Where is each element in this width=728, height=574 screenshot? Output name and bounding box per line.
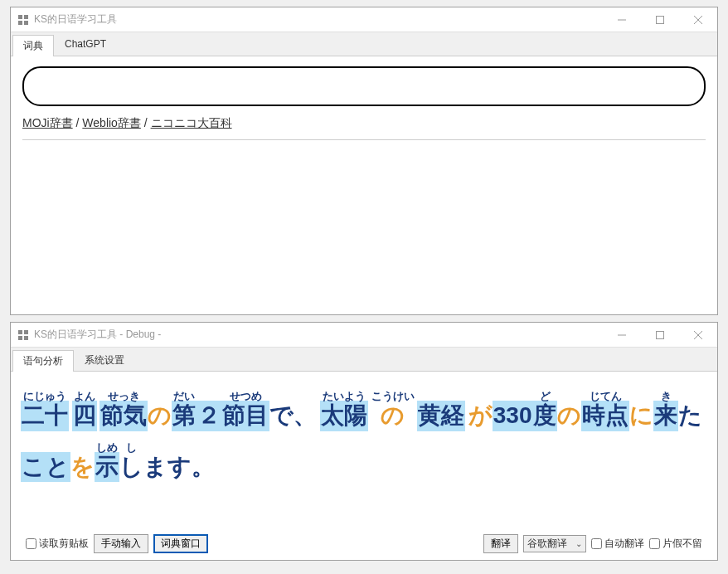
auto-translate-input[interactable]	[591, 538, 602, 549]
katakana-skip-checkbox[interactable]: 片假不留	[649, 537, 702, 551]
token-base: 度	[532, 401, 557, 430]
link-moji[interactable]: MOJi辞書	[22, 116, 73, 129]
link-niconico[interactable]: ニコニコ大百科	[151, 116, 232, 129]
token-base: 節目	[221, 401, 269, 430]
maximize-button[interactable]	[641, 7, 679, 32]
tab-dictionary[interactable]: 词典	[12, 35, 54, 56]
token[interactable]: ２	[197, 391, 221, 431]
svg-rect-11	[24, 336, 28, 340]
token-base: し	[119, 452, 143, 482]
window-controls	[603, 323, 717, 347]
token[interactable]: の	[557, 391, 581, 431]
token-base: こと	[21, 452, 70, 482]
separator: /	[144, 116, 151, 129]
dictionary-window: KS的日语学习工具 词典 ChatGPT MOJi辞書 / Weblio辞書 /…	[10, 7, 718, 315]
minimize-button[interactable]	[603, 323, 641, 347]
read-clipboard-input[interactable]	[26, 538, 36, 549]
token-base: が	[468, 401, 493, 430]
token[interactable]: だい第	[172, 391, 197, 431]
svg-rect-8	[18, 330, 22, 334]
link-weblio[interactable]: Weblio辞書	[82, 116, 141, 129]
tab-chatgpt[interactable]: ChatGPT	[54, 34, 117, 56]
token[interactable]: しめ示	[95, 442, 119, 483]
window-controls	[603, 7, 717, 32]
auto-translate-label: 自动翻译	[604, 537, 644, 551]
token[interactable]: よん四	[72, 391, 97, 431]
token[interactable]: に	[629, 391, 653, 431]
token-base: 四	[72, 401, 97, 430]
titlebar: KS的日语学习工具 - Debug -	[11, 323, 717, 348]
token[interactable]: こと	[21, 442, 70, 483]
token[interactable]: にじゅう二十	[21, 391, 69, 431]
token[interactable]: こうけいの	[371, 391, 415, 431]
token[interactable]: しし	[119, 442, 143, 483]
svg-rect-0	[18, 15, 22, 19]
token-base: 来	[653, 401, 678, 430]
tab-bar: 词典 ChatGPT	[11, 32, 717, 56]
token-base: 二十	[21, 401, 69, 430]
chevron-down-icon: ⌄	[575, 539, 582, 548]
token-base: ます	[143, 452, 192, 482]
token-base: の	[557, 401, 581, 430]
token-base: の	[371, 401, 415, 430]
token[interactable]: を	[70, 442, 95, 483]
auto-translate-checkbox[interactable]: 自动翻译	[591, 537, 644, 551]
tab-bar: 语句分析 系统设置	[11, 348, 717, 372]
token-base: 、	[294, 401, 317, 430]
close-button[interactable]	[679, 7, 717, 32]
token-base: の	[148, 401, 172, 430]
analysis-window: KS的日语学习工具 - Debug - 语句分析 系统设置 にじゅう二十 よん四…	[10, 322, 718, 561]
token[interactable]: せっき節気	[99, 391, 148, 431]
titlebar: KS的日语学习工具	[11, 7, 717, 32]
token-base: 太陽	[320, 401, 368, 430]
minimize-button[interactable]	[603, 7, 641, 32]
tab-system-settings[interactable]: 系统设置	[74, 349, 135, 371]
token[interactable]: せつめ節目	[221, 391, 269, 431]
token-base: で	[269, 401, 294, 430]
svg-rect-13	[657, 331, 664, 338]
token[interactable]: ます	[143, 442, 192, 483]
dict-window-button[interactable]: 词典窗口	[153, 534, 208, 553]
search-input[interactable]	[22, 66, 706, 106]
token-base: を	[70, 452, 95, 482]
token[interactable]: 330	[493, 391, 533, 431]
close-button[interactable]	[679, 323, 717, 347]
app-icon	[17, 14, 29, 26]
token-base: 第	[172, 401, 197, 430]
token-base: 節気	[99, 401, 148, 430]
token-base: 。	[192, 452, 215, 482]
svg-rect-9	[24, 330, 28, 334]
token[interactable]: じてん時点	[581, 391, 629, 431]
token[interactable]: で	[269, 391, 294, 431]
tab-sentence-analysis[interactable]: 语句分析	[12, 350, 74, 372]
token[interactable]: 、	[294, 391, 317, 431]
analysis-body: にじゅう二十 よん四 せっき節気 のだい第 ２せつめ節目 で 、 たいよう太陽 …	[11, 372, 717, 560]
token-base: 示	[95, 452, 119, 482]
token[interactable]: 。	[192, 442, 215, 483]
token[interactable]: き来	[653, 391, 678, 431]
app-icon	[17, 329, 29, 341]
read-clipboard-checkbox[interactable]: 读取剪贴板	[26, 537, 89, 551]
katakana-skip-label: 片假不留	[662, 537, 702, 551]
translator-select[interactable]: 谷歌翻译 ⌄	[523, 535, 586, 552]
svg-rect-10	[18, 336, 22, 340]
token[interactable]: が	[468, 391, 493, 431]
maximize-button[interactable]	[641, 323, 679, 347]
dictionary-links: MOJi辞書 / Weblio辞書 / ニコニコ大百科	[22, 116, 706, 140]
manual-input-button[interactable]: 手动输入	[94, 534, 148, 553]
svg-rect-1	[24, 15, 28, 19]
svg-rect-2	[18, 21, 22, 25]
token-base: 黄経	[417, 401, 465, 430]
token[interactable]: の	[148, 391, 172, 431]
svg-rect-5	[657, 16, 664, 23]
token[interactable]: たいよう太陽	[320, 391, 368, 431]
katakana-skip-input[interactable]	[649, 538, 660, 549]
token[interactable]: た	[678, 391, 702, 431]
translate-button[interactable]: 翻译	[483, 534, 518, 553]
svg-rect-3	[24, 21, 28, 25]
token[interactable]: ど度	[532, 391, 557, 431]
token-base: に	[629, 401, 653, 430]
sentence-display: にじゅう二十 よん四 せっき節気 のだい第 ２せつめ節目 で 、 たいよう太陽 …	[19, 377, 709, 529]
dictionary-body: MOJi辞書 / Weblio辞書 / ニコニコ大百科	[11, 56, 717, 314]
token[interactable]: 黄経	[417, 391, 465, 431]
